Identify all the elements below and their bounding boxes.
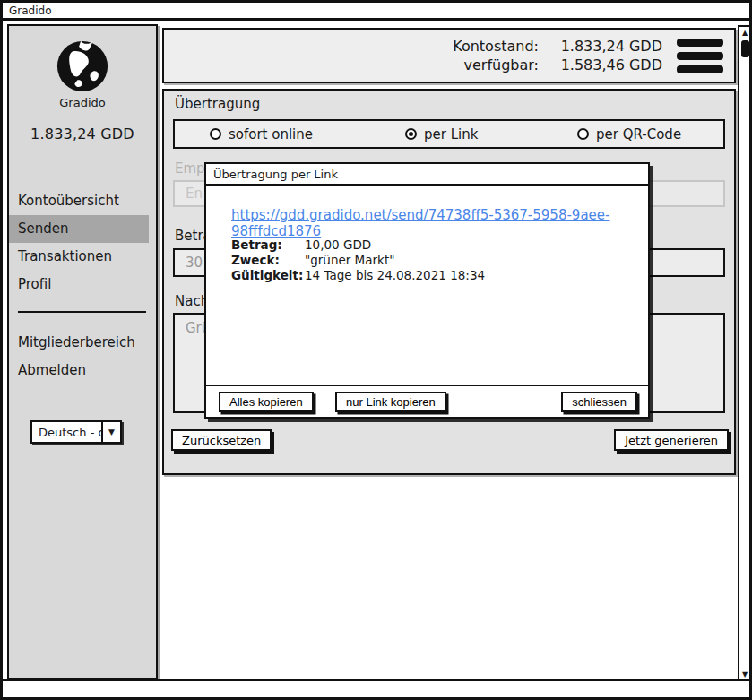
radio-label: per Link (424, 126, 478, 143)
scrollbar-thumb[interactable] (741, 40, 749, 57)
jetzt-generieren-button[interactable]: Jetzt generieren (614, 429, 729, 451)
sidebar-secondary-nav: Mitgliederbereich Abmelden (9, 329, 156, 385)
detail-label: Zweck: (231, 253, 305, 268)
sidebar-item-senden[interactable]: Senden (9, 215, 149, 243)
language-select-value: Deutsch - de (32, 426, 101, 439)
sidebar-item-transaktionen[interactable]: Transaktionen (9, 243, 156, 271)
sidebar-item-mitgliederbereich[interactable]: Mitgliederbereich (9, 329, 156, 357)
radio-per-link[interactable]: per Link (405, 121, 478, 147)
vertical-scrollbar[interactable]: ▲ ▼ (738, 25, 752, 682)
radio-sofort-online[interactable]: sofort online (210, 121, 313, 147)
radio-icon (577, 128, 589, 140)
uebertragung-per-link-dialog: Übertragung per Link https://gdd.gradido… (204, 162, 650, 419)
radio-label: sofort online (229, 126, 313, 143)
radio-label: per QR-Code (596, 126, 681, 143)
dialog-body: https://gdd.gradido.net/send/74738ff5-53… (206, 186, 648, 417)
chevron-down-icon: ▼ (101, 422, 120, 442)
verfuegbar-value: 1.583,46 GDD (555, 56, 662, 73)
schliessen-button[interactable]: schliessen (561, 392, 637, 412)
sidebar-item-kontouebersicht[interactable]: Kontoübersicht (9, 187, 156, 215)
logo-label: Gradido (9, 96, 156, 109)
sidebar-item-profil[interactable]: Profil (9, 271, 156, 298)
panel-title: Übertragung (175, 96, 260, 112)
dialog-footer: Alles kopieren nur Link kopieren schlies… (206, 385, 648, 417)
app-window: Gradido Gradido 1.833,24 GDD Kontoübersi… (0, 0, 752, 700)
detail-gueltigkeit: Gültigkeit: 14 Tage bis 24.08.2021 18:34 (231, 268, 485, 283)
horizontal-scrollbar[interactable] (3, 679, 749, 697)
window-title: Gradido (3, 3, 749, 20)
detail-label: Betrag: (231, 238, 305, 253)
transfer-link[interactable]: https://gdd.gradido.net/send/74738ff5-53… (231, 207, 648, 239)
zuruecksetzen-button[interactable]: Zurücksetzen (171, 429, 272, 451)
transfer-details: Betrag: 10,00 GDD Zweck: "grüner Markt" … (231, 238, 485, 283)
detail-zweck: Zweck: "grüner Markt" (231, 253, 485, 268)
alles-kopieren-button[interactable]: Alles kopieren (219, 392, 314, 412)
sidebar: Gradido 1.833,24 GDD Kontoübersicht Send… (7, 24, 158, 679)
transfer-mode-radio-group: sofort online per Link per QR-Code (173, 119, 725, 149)
globe-icon (9, 39, 156, 94)
dialog-titlebar: Übertragung per Link (206, 164, 648, 186)
sidebar-divider (18, 311, 146, 313)
detail-label: Gültigkeit: (231, 268, 305, 283)
radio-per-qr-code[interactable]: per QR-Code (577, 121, 681, 147)
balance-summary: Kontostand: 1.833,24 GDD verfügbar: 1.58… (453, 38, 662, 73)
verfuegbar-label: verfügbar: (453, 56, 539, 73)
detail-value: "grüner Markt" (305, 253, 394, 268)
detail-betrag: Betrag: 10,00 GDD (231, 238, 485, 253)
kontostand-value: 1.833,24 GDD (555, 38, 662, 55)
sidebar-item-abmelden[interactable]: Abmelden (9, 357, 156, 385)
scroll-up-icon[interactable]: ▲ (739, 27, 750, 39)
account-header: Kontostand: 1.833,24 GDD verfügbar: 1.58… (162, 28, 736, 83)
radio-icon (405, 128, 417, 140)
radio-icon (210, 128, 221, 140)
language-select[interactable]: Deutsch - de ▼ (30, 420, 122, 444)
detail-value: 10,00 GDD (305, 238, 371, 253)
kontostand-label: Kontostand: (453, 38, 539, 55)
window-titlebar: Gradido (3, 3, 749, 21)
nur-link-kopieren-button[interactable]: nur Link kopieren (335, 392, 446, 412)
sidebar-nav: Kontoübersicht Senden Transaktionen Prof… (9, 187, 156, 298)
hamburger-icon[interactable] (677, 39, 723, 73)
detail-value: 14 Tage bis 24.08.2021 18:34 (305, 268, 485, 283)
sidebar-balance: 1.833,24 GDD (9, 125, 156, 143)
gradido-logo: Gradido (9, 39, 156, 109)
